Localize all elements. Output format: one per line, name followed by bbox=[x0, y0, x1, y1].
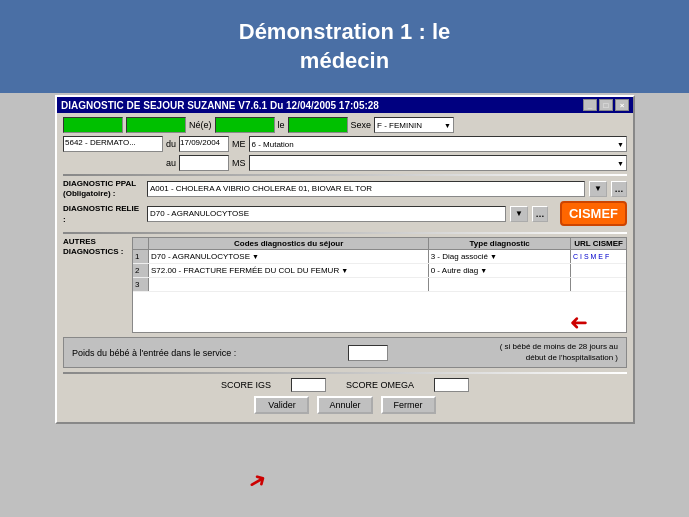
du-date-text: 17/09/2004 bbox=[180, 138, 220, 147]
diag-ppal-dropdown-btn[interactable]: ▼ bbox=[589, 181, 607, 197]
row3-code-field[interactable] bbox=[149, 278, 429, 291]
maximize-button[interactable]: □ bbox=[599, 99, 613, 111]
du-date-field[interactable]: 17/09/2004 bbox=[179, 136, 229, 152]
minimize-button[interactable]: _ bbox=[583, 99, 597, 111]
row1-url: C I S M E F bbox=[571, 250, 626, 263]
col-type-header: Type diagnostic bbox=[429, 238, 571, 249]
sexe-value: F - FEMININ bbox=[377, 121, 422, 130]
window-controls: _ □ × bbox=[583, 99, 629, 111]
patient-field2[interactable] bbox=[126, 117, 186, 133]
close-button[interactable]: × bbox=[615, 99, 629, 111]
table-row: 3 bbox=[133, 278, 626, 292]
score-omega-field[interactable] bbox=[434, 378, 469, 392]
au-label: au bbox=[166, 158, 176, 168]
col-url-header: URL CISMEF bbox=[571, 238, 626, 249]
me-dropdown-arrow: ▼ bbox=[617, 141, 624, 148]
row1-code-field[interactable]: D70 - AGRANULOCYTOSE ▼ bbox=[149, 250, 429, 263]
col-num-header bbox=[133, 238, 149, 249]
ms-dropdown-arrow: ▼ bbox=[617, 160, 624, 167]
row2-num: 2 bbox=[133, 264, 149, 277]
score-igs-field[interactable] bbox=[291, 378, 326, 392]
poids-section: Poids du bébé à l'entrée dans le service… bbox=[63, 337, 627, 368]
score-omega-label: SCORE OMEGA bbox=[346, 380, 414, 390]
sexe-label: Sexe bbox=[351, 120, 372, 130]
poids-input[interactable] bbox=[348, 345, 388, 361]
main-window: DIAGNOSTIC DE SEJOUR SUZANNE V7.6.1 Du 1… bbox=[55, 95, 635, 424]
patient-id-text: 5642 - DERMATO... bbox=[65, 138, 136, 147]
row1-code-dropdown[interactable]: ▼ bbox=[252, 253, 262, 260]
annuler-button[interactable]: Annuler bbox=[317, 396, 372, 414]
diag-relie-row: DIAGNOSTIC RELIE : D70 - AGRANULOCYTOSE … bbox=[63, 201, 627, 226]
window-content: Né(e) le Sexe F - FEMININ ▼ 5642 - DERMA… bbox=[57, 113, 633, 422]
diag-ppal-field[interactable]: A001 - CHOLERA A VIBRIO CHOLERAE 01, BIO… bbox=[147, 181, 585, 197]
le-label: le bbox=[278, 120, 285, 130]
diag-ppal-row: DIAGNOSTIC PPAL (Obligatoire) : A001 - C… bbox=[63, 179, 627, 198]
row3-num: 3 bbox=[133, 278, 149, 291]
row2-code-dropdown[interactable]: ▼ bbox=[341, 267, 351, 274]
diag-relie-text: D70 - AGRANULOCYTOSE bbox=[150, 209, 249, 218]
me-dropdown[interactable]: 6 - Mutation ▼ bbox=[249, 136, 627, 152]
du-label: du bbox=[166, 139, 176, 149]
row3-url bbox=[571, 278, 626, 291]
me-label: ME bbox=[232, 139, 246, 149]
row2-type-field[interactable]: 0 - Autre diag ▼ bbox=[429, 264, 571, 277]
table-row: 2 S72.00 - FRACTURE FERMÉE DU COL DU FEM… bbox=[133, 264, 626, 278]
diag-ppal-label: DIAGNOSTIC PPAL (Obligatoire) : bbox=[63, 179, 143, 198]
diag-relie-ellipsis-btn[interactable]: … bbox=[532, 206, 548, 222]
diag-ppal-ellipsis-btn[interactable]: … bbox=[611, 181, 627, 197]
divider-1 bbox=[63, 174, 627, 176]
diag-relie-label: DIAGNOSTIC RELIE : bbox=[63, 203, 143, 225]
row2-type-dropdown[interactable]: ▼ bbox=[480, 267, 490, 274]
row2-url bbox=[571, 264, 626, 277]
autres-table-container: Codes diagnostics du séjour Type diagnos… bbox=[132, 237, 627, 333]
window-title-text: DIAGNOSTIC DE SEJOUR SUZANNE V7.6.1 Du 1… bbox=[61, 100, 379, 111]
title-line1: Démonstration 1 : le bbox=[20, 18, 669, 47]
me-value: 6 - Mutation bbox=[252, 140, 294, 149]
buttons-row: Valider Annuler Fermer bbox=[63, 396, 627, 414]
row1-num: 1 bbox=[133, 250, 149, 263]
diag-relie-field[interactable]: D70 - AGRANULOCYTOSE bbox=[147, 206, 506, 222]
fermer-button[interactable]: Fermer bbox=[381, 396, 436, 414]
top-fields-row: Né(e) le Sexe F - FEMININ ▼ bbox=[63, 117, 627, 133]
col-codes-header: Codes diagnostics du séjour bbox=[149, 238, 429, 249]
row1-type-dropdown[interactable]: ▼ bbox=[490, 253, 500, 260]
second-row: 5642 - DERMATO... du 17/09/2004 ME 6 - M… bbox=[63, 136, 627, 152]
ms-dropdown[interactable]: ▼ bbox=[249, 155, 627, 171]
divider-2 bbox=[63, 232, 627, 234]
poids-note: ( si bébé de moins de 28 jours au début … bbox=[500, 342, 618, 363]
diag-relie-dropdown-btn[interactable]: ▼ bbox=[510, 206, 528, 222]
autres-diagnostics-section: AUTRES DIAGNOSTICS : Codes diagnostics d… bbox=[63, 237, 627, 333]
ms-label: MS bbox=[232, 158, 246, 168]
red-arrow-annotation-2: ➜ bbox=[243, 465, 272, 497]
autres-table: Codes diagnostics du séjour Type diagnos… bbox=[132, 237, 627, 333]
diag-ppal-text: A001 - CHOLERA A VIBRIO CHOLERAE 01, BIO… bbox=[150, 184, 372, 193]
divider-3 bbox=[63, 372, 627, 374]
ne-label: Né(e) bbox=[189, 120, 212, 130]
sexe-dropdown-arrow: ▼ bbox=[444, 122, 451, 129]
poids-label: Poids du bébé à l'entrée dans le service… bbox=[72, 348, 236, 358]
cismef-badge-container: CISMEF bbox=[560, 201, 627, 226]
window-titlebar: DIAGNOSTIC DE SEJOUR SUZANNE V7.6.1 Du 1… bbox=[57, 97, 633, 113]
table-row: 1 D70 - AGRANULOCYTOSE ▼ 3 - Diag associ… bbox=[133, 250, 626, 264]
au-field[interactable] bbox=[179, 155, 229, 171]
row2-code-field[interactable]: S72.00 - FRACTURE FERMÉE DU COL DU FEMUR… bbox=[149, 264, 429, 277]
score-igs-label: SCORE IGS bbox=[221, 380, 271, 390]
date-nee-field[interactable] bbox=[288, 117, 348, 133]
third-row: au MS ▼ bbox=[63, 155, 627, 171]
autres-label: AUTRES DIAGNOSTICS : bbox=[63, 237, 128, 333]
title-banner: Démonstration 1 : le médecin bbox=[0, 0, 689, 93]
valider-button[interactable]: Valider bbox=[254, 396, 309, 414]
autres-table-header: Codes diagnostics du séjour Type diagnos… bbox=[133, 238, 626, 250]
title-line2: médecin bbox=[20, 47, 669, 76]
score-row: SCORE IGS SCORE OMEGA bbox=[63, 378, 627, 392]
cismef-badge[interactable]: CISMEF bbox=[560, 201, 627, 226]
sexe-dropdown[interactable]: F - FEMININ ▼ bbox=[374, 117, 454, 133]
nee-field[interactable] bbox=[215, 117, 275, 133]
patient-name-field[interactable] bbox=[63, 117, 123, 133]
row1-type-field[interactable]: 3 - Diag associé ▼ bbox=[429, 250, 571, 263]
autres-extra-rows bbox=[133, 292, 626, 332]
red-arrow-annotation: ➜ bbox=[570, 310, 588, 336]
patient-id-field[interactable]: 5642 - DERMATO... bbox=[63, 136, 163, 152]
row3-type-field[interactable] bbox=[429, 278, 571, 291]
